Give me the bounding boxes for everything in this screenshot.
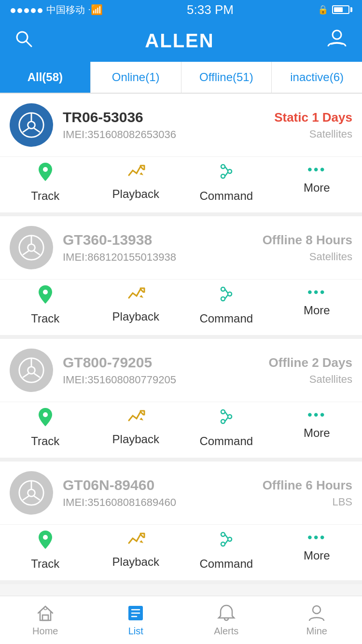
satellites-2: Satellites — [269, 373, 352, 386]
playback-label-3: Playback — [112, 555, 159, 569]
more-label-1: More — [304, 304, 330, 317]
more-button-1[interactable]: ••• More — [272, 284, 362, 325]
svg-point-30 — [43, 412, 48, 417]
status-text-0: Static 1 Days — [274, 110, 352, 125]
svg-point-26 — [28, 367, 35, 374]
filter-tab-inactive[interactable]: inactive(6) — [272, 62, 362, 93]
header: ALLEN — [0, 19, 362, 62]
filter-tab-all[interactable]: All(58) — [0, 62, 91, 93]
device-details-0: TR06-53036 IMEI:351608082653036 — [63, 109, 265, 141]
satellites-0: Satellites — [274, 128, 352, 140]
status-text-2: Offline 2 Days — [269, 355, 352, 370]
more-icon-3: ••• — [307, 530, 326, 545]
playback-label-1: Playback — [112, 310, 159, 323]
track-icon-0 — [37, 162, 54, 185]
more-icon-2: ••• — [307, 407, 326, 422]
svg-point-32 — [221, 420, 225, 423]
device-name-3: GT06N-89460 — [63, 477, 253, 493]
nav-alerts[interactable]: Alerts — [181, 599, 272, 642]
svg-line-35 — [225, 418, 228, 421]
svg-point-31 — [221, 410, 225, 414]
svg-line-40 — [34, 496, 40, 500]
svg-line-17 — [23, 251, 28, 255]
command-button-1[interactable]: Command — [181, 284, 272, 325]
command-label-2: Command — [199, 434, 253, 448]
device-details-2: GT800-79205 IMEI:351608080779205 — [63, 354, 259, 386]
device-avatar-1 — [10, 226, 53, 269]
more-button-0[interactable]: ••• More — [272, 162, 362, 203]
profile-icon — [326, 28, 348, 49]
playback-button-2[interactable]: Playback — [91, 407, 181, 448]
svg-point-22 — [228, 292, 232, 296]
device-avatar-0 — [10, 103, 53, 147]
svg-point-53 — [313, 606, 320, 614]
more-button-3[interactable]: ••• More — [272, 530, 362, 571]
nav-home-label: Home — [32, 626, 58, 637]
svg-line-24 — [225, 295, 228, 299]
more-button-2[interactable]: ••• More — [272, 407, 362, 448]
profile-button[interactable] — [326, 28, 348, 53]
svg-line-28 — [23, 374, 28, 378]
search-button[interactable] — [14, 29, 33, 52]
command-button-3[interactable]: Command — [181, 530, 272, 571]
nav-home[interactable]: Home — [0, 599, 91, 642]
svg-rect-47 — [42, 615, 48, 620]
svg-line-7 — [34, 128, 40, 132]
action-row-3: Track Playback — [0, 524, 362, 580]
svg-line-13 — [225, 172, 228, 176]
command-icon-0 — [217, 162, 236, 185]
device-status-2: Offline 2 Days Satellites — [269, 355, 352, 386]
battery-icon — [332, 5, 352, 14]
track-icon-3 — [37, 530, 54, 553]
nav-list[interactable]: List — [91, 599, 181, 642]
search-icon — [14, 29, 33, 48]
playback-button-3[interactable]: Playback — [91, 530, 181, 571]
svg-line-18 — [34, 251, 40, 255]
device-avatar-2 — [10, 349, 53, 392]
playback-icon-0 — [126, 162, 145, 183]
track-button-3[interactable]: Track — [0, 530, 91, 571]
more-icon-0: ••• — [307, 162, 326, 177]
command-icon-3 — [217, 530, 236, 553]
steering-wheel-icon-1 — [18, 234, 45, 261]
command-icon-2 — [217, 407, 236, 431]
svg-line-34 — [225, 412, 228, 416]
lock-icon: 🔒 — [318, 4, 328, 15]
filter-bar: All(58) Online(1) Offline(51) inactive(6… — [0, 62, 362, 94]
more-icon-1: ••• — [307, 284, 326, 300]
device-status-1: Offline 8 Hours Satellites — [263, 233, 352, 263]
track-button-1[interactable]: Track — [0, 284, 91, 325]
carrier-label: 中国移动 — [46, 3, 85, 16]
playback-button-0[interactable]: Playback — [91, 162, 181, 203]
device-card-3: GT06N-89460 IMEI:351608081689460 Offline… — [0, 462, 362, 584]
playback-icon-2 — [126, 407, 145, 429]
filter-tab-offline[interactable]: Offline(51) — [181, 62, 272, 93]
status-bar-left: 中国移动 ⋅📶 — [10, 3, 103, 16]
svg-point-43 — [221, 542, 225, 546]
svg-point-9 — [221, 165, 225, 168]
device-info-1: GT360-13938 IMEI:868120155013938 Offline… — [0, 216, 362, 274]
action-row-2: Track Playback — [0, 402, 362, 458]
track-button-2[interactable]: Track — [0, 407, 91, 448]
svg-line-12 — [225, 167, 228, 170]
command-button-0[interactable]: Command — [181, 162, 272, 203]
command-button-2[interactable]: Command — [181, 407, 272, 448]
device-info-3: GT06N-89460 IMEI:351608081689460 Offline… — [0, 462, 362, 519]
nav-mine[interactable]: Mine — [272, 599, 362, 642]
nav-mine-label: Mine — [306, 626, 327, 637]
filter-tab-online[interactable]: Online(1) — [91, 62, 181, 93]
device-avatar-3 — [10, 471, 53, 515]
device-imei-2: IMEI:351608080779205 — [63, 374, 259, 386]
device-details-1: GT360-13938 IMEI:868120155013938 — [63, 232, 253, 264]
track-label-2: Track — [31, 434, 59, 448]
more-label-0: More — [304, 181, 330, 195]
track-button-0[interactable]: Track — [0, 162, 91, 203]
svg-point-44 — [228, 537, 232, 541]
device-list: TR06-53036 IMEI:351608082653036 Static 1… — [0, 94, 362, 637]
playback-button-1[interactable]: Playback — [91, 284, 181, 325]
track-label-3: Track — [31, 557, 59, 571]
action-row-0: Track Playback — [0, 156, 362, 212]
svg-line-1 — [26, 41, 31, 46]
device-imei-3: IMEI:351608081689460 — [63, 496, 253, 509]
status-bar-time: 5:33 PM — [187, 2, 234, 17]
